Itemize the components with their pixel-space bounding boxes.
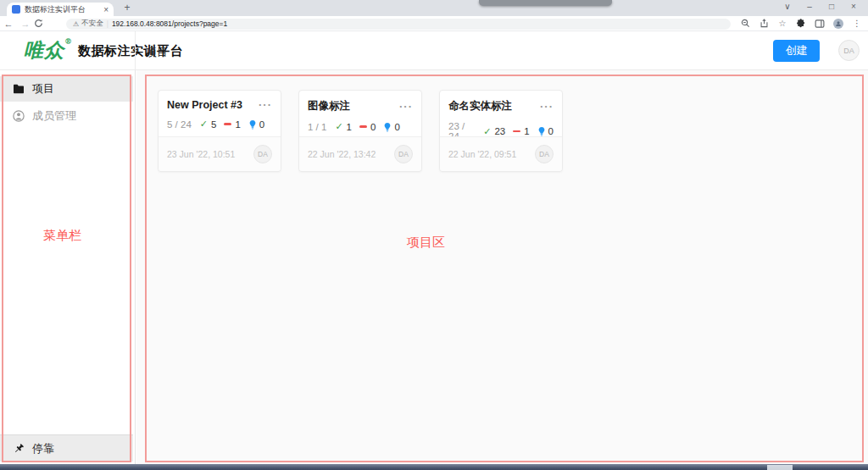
window-controls: ∨ – □ × — [776, 0, 865, 15]
security-label: 不安全 — [81, 19, 103, 29]
project-date: 23 Jun '22, 10:51 — [167, 149, 235, 159]
project-avatar: DA — [394, 145, 413, 163]
browser-menu-icon[interactable]: ⋮ — [848, 17, 866, 30]
user-icon — [12, 110, 25, 123]
predictions-bulb-icon — [248, 119, 257, 130]
create-button[interactable]: 创建 — [773, 40, 820, 62]
screen: 数据标注实训平台 × + ∨ – □ × ← → ⚠ 不安全 | 192.168… — [0, 0, 868, 470]
sidebar: 项目 成员管理 停靠 — [0, 70, 136, 464]
taskbar-edge — [0, 464, 868, 470]
bookmark-star-icon[interactable]: ☆ — [773, 17, 792, 30]
project-avatar: DA — [535, 145, 554, 163]
app-header: 唯众® 数据标注实训平台 项目 创建 DA — [0, 31, 868, 70]
minimize-icon[interactable]: – — [798, 0, 821, 15]
predictions-count: 0 — [259, 119, 264, 130]
project-avatar: DA — [253, 145, 272, 163]
reload-icon[interactable] — [34, 19, 51, 28]
sidebar-item-members[interactable]: 成员管理 — [0, 103, 133, 129]
project-title: New Project #3 — [167, 99, 242, 111]
warning-icon: ⚠ — [73, 20, 79, 28]
favicon — [12, 5, 20, 14]
completed-count: 5 — [211, 119, 216, 130]
predictions-bulb-icon — [383, 122, 392, 132]
side-panel-icon[interactable] — [810, 17, 829, 30]
skipped-minus-icon — [513, 130, 520, 133]
breadcrumb: 项目 — [146, 45, 168, 60]
completed-count: 1 — [347, 122, 352, 132]
card-menu-icon[interactable]: ··· — [259, 102, 272, 108]
predictions-count: 0 — [548, 126, 554, 136]
logo-trademark: ® — [64, 37, 73, 46]
completed-check-icon: ✓ — [483, 126, 491, 137]
extensions-icon[interactable] — [792, 17, 810, 30]
skipped-minus-icon — [224, 123, 231, 125]
chevron-down-icon[interactable]: ∨ — [776, 0, 798, 15]
projects-area: New Project #3 ··· 5 / 24 ✓5 1 0 23 Jun … — [136, 70, 868, 464]
user-avatar[interactable]: DA — [838, 40, 860, 61]
tab-title: 数据标注实训平台 — [25, 4, 100, 15]
project-date: 22 Jun '22, 13:42 — [308, 149, 376, 159]
skipped-count: 0 — [370, 122, 376, 132]
share-icon[interactable] — [754, 17, 773, 30]
pin-icon — [12, 442, 25, 455]
new-tab-button[interactable]: + — [120, 2, 134, 15]
header-divider — [135, 31, 136, 70]
browser-tabstrip: 数据标注实训平台 × + ∨ – □ × — [0, 0, 868, 16]
address-bar[interactable]: ⚠ 不安全 | 192.168.0.48:8081/projects?page=… — [66, 19, 731, 30]
card-menu-icon[interactable]: ··· — [399, 103, 413, 110]
skipped-count: 1 — [235, 119, 240, 130]
skipped-count: 1 — [524, 126, 529, 136]
project-card[interactable]: New Project #3 ··· 5 / 24 ✓5 1 0 23 Jun … — [158, 90, 281, 172]
url-text: 192.168.0.48:8081/projects?page=1 — [112, 19, 227, 28]
forward-icon[interactable]: → — [17, 19, 34, 29]
project-title: 图像标注 — [308, 99, 350, 113]
task-progress: 5 / 24 — [167, 119, 192, 130]
dock-label: 停靠 — [32, 441, 54, 456]
sidebar-item-projects[interactable]: 项目 — [0, 76, 133, 102]
predictions-count: 0 — [394, 122, 399, 132]
taskbar-highlight — [767, 465, 793, 470]
project-title: 命名实体标注 — [448, 99, 512, 113]
browser-tab[interactable]: 数据标注实训平台 × — [7, 3, 114, 16]
profile-avatar-icon[interactable] — [829, 17, 848, 30]
completed-check-icon: ✓ — [335, 121, 342, 132]
task-progress: 1 / 1 — [308, 122, 326, 132]
project-card[interactable]: 图像标注 ··· 1 / 1 ✓1 0 0 22 Jun '22, 13:42 … — [298, 90, 422, 172]
completed-check-icon: ✓ — [200, 119, 208, 130]
screen-share-bar — [479, 0, 612, 6]
back-icon[interactable]: ← — [0, 19, 17, 29]
url-divider: | — [107, 19, 108, 28]
close-icon[interactable]: × — [843, 0, 865, 15]
toolbar-right-icons: ☆ ⋮ — [736, 16, 866, 30]
maximize-icon[interactable]: □ — [821, 0, 843, 15]
project-card[interactable]: 命名实体标注 ··· 23 / 24 ✓23 1 0 22 Jun '22, 0… — [439, 90, 563, 172]
completed-count: 23 — [494, 126, 505, 136]
project-date: 22 Jun '22, 09:51 — [448, 149, 516, 159]
logo: 唯众® — [24, 37, 73, 64]
sidebar-item-label: 成员管理 — [32, 108, 76, 124]
dock-toggle[interactable]: 停靠 — [0, 434, 133, 462]
zoom-icon[interactable] — [736, 17, 754, 30]
sidebar-item-label: 项目 — [32, 81, 54, 97]
predictions-bulb-icon — [537, 126, 546, 136]
tab-close-icon[interactable]: × — [103, 5, 108, 14]
folder-icon — [12, 83, 25, 96]
card-menu-icon[interactable]: ··· — [540, 103, 554, 110]
skipped-minus-icon — [359, 125, 367, 128]
